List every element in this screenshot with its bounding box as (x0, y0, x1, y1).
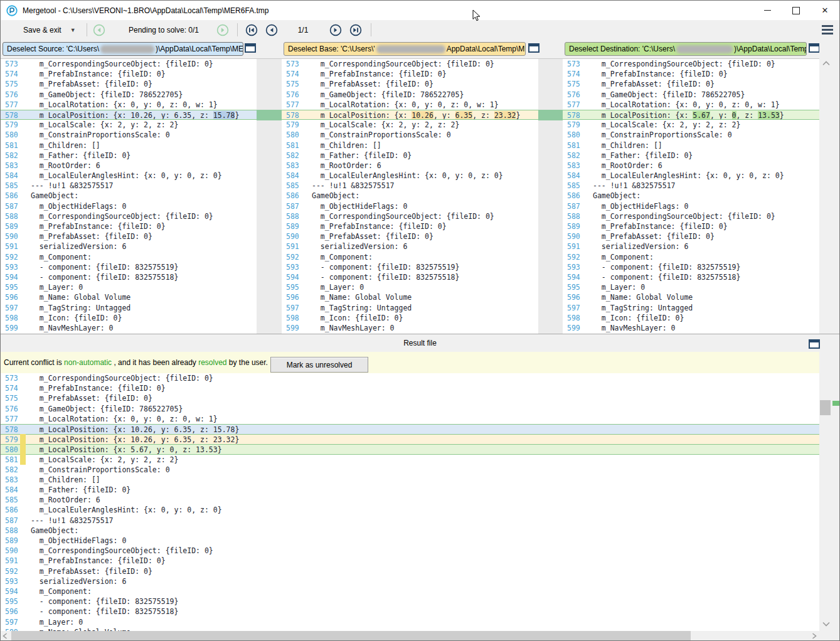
line-text: m_PrefabInstance: {fileID: 0} (588, 221, 819, 231)
maximize-button[interactable] (782, 1, 811, 20)
code-line-591: 591 m_PrefabInstance: {fileID: 0} (1, 556, 819, 566)
line-number: 586 (1, 505, 26, 515)
code-line-576: 576 m_GameObject: {fileID: 786522705} (1, 404, 819, 414)
line-text: serializedVersion: 6 (26, 576, 819, 586)
first-conflict-button[interactable] (245, 24, 258, 36)
menu-icon[interactable] (822, 25, 833, 34)
line-number: 588 (563, 211, 588, 221)
line-text: serializedVersion: 6 (26, 241, 257, 252)
base-code-pane[interactable]: 573 m_CorrespondingSourceObject: {fileID… (282, 58, 538, 334)
line-number: 589 (282, 221, 307, 231)
code-line-587: 587 m_ObjectHideFlags: 0 (1, 201, 257, 211)
scroll-up-icon[interactable] (822, 61, 830, 66)
maximize-base-pane-icon[interactable] (528, 43, 540, 53)
conflict-status-banner: Current conflict is non-automatic , and … (1, 352, 819, 373)
line-number: 599 (282, 323, 307, 333)
code-line-579: 579 m_LocalScale: {x: 2, y: 2, z: 2} (282, 120, 538, 130)
deselect-base-button[interactable]: Deselect Base: 'C:\Users\' AppData\Local… (284, 42, 526, 56)
code-line-576: 576 m_GameObject: {fileID: 786522705} (1, 90, 257, 100)
line-text: m_ObjectHideFlags: 0 (307, 201, 538, 211)
code-line-589: 589 m_PrefabInstance: {fileID: 0} (563, 221, 819, 231)
line-number: 593 (282, 262, 307, 272)
deselect-source-button[interactable]: Deselect Source: 'C:\Users\ )\AppData\Lo… (3, 42, 243, 56)
mark-as-unresolved-button[interactable]: Mark as unresolved (270, 357, 368, 373)
line-number: 583 (1, 161, 26, 171)
code-line-582: 582 m_Father: {fileID: 0} (1, 151, 257, 161)
line-number: 587 (1, 516, 26, 526)
maximize-source-pane-icon[interactable] (245, 43, 256, 53)
line-number: 595 (563, 282, 588, 292)
scroll-right-icon[interactable] (812, 633, 817, 639)
line-number: 587 (563, 201, 588, 211)
line-number: 579 (282, 120, 307, 130)
code-line-576: 576 m_GameObject: {fileID: 786522705} (563, 90, 819, 100)
line-text: - component: {fileID: 832575519} (26, 262, 257, 272)
line-number: 577 (282, 100, 307, 110)
code-line-581: 581 m_Children: [] (282, 140, 538, 151)
source-code-pane[interactable]: 573 m_CorrespondingSourceObject: {fileID… (1, 58, 257, 334)
code-line-577: 577 m_LocalRotation: {x: 0, y: 0, z: 0, … (282, 100, 538, 110)
toolbar-divider (371, 23, 371, 36)
code-line-583: 583 m_Children: [] (1, 475, 819, 485)
save-and-exit-button[interactable]: Save & exit ▼ (19, 20, 80, 40)
result-scrollbar[interactable] (819, 352, 840, 631)
line-text: m_GameObject: {fileID: 786522705} (307, 90, 538, 100)
maximize-result-pane-icon[interactable] (809, 339, 820, 349)
line-number: 597 (1, 617, 26, 627)
line-text: m_ObjectHideFlags: 0 (26, 536, 819, 546)
source-path-suffix: )\AppData\Local\Temp\MER... (156, 45, 243, 53)
code-line-589: 589 m_PrefabInstance: {fileID: 0} (1, 221, 257, 231)
previous-pending-conflict-button[interactable] (93, 24, 105, 36)
line-text: m_ConstrainProportionsScale: 0 (588, 130, 819, 140)
line-text: m_CorrespondingSourceObject: {fileID: 0} (26, 373, 819, 383)
line-number: 593 (563, 262, 588, 272)
line-number: 594 (1, 586, 26, 596)
line-text: m_PrefabAsset: {fileID: 0} (26, 566, 819, 576)
redacted-username (676, 45, 733, 53)
chevron-down-icon: ▼ (70, 27, 76, 33)
line-text: - component: {fileID: 832575519} (26, 596, 819, 607)
close-button[interactable]: ✕ (811, 1, 839, 20)
line-number: 578 (1, 110, 26, 119)
top-panes-scrollbar[interactable] (819, 40, 840, 334)
line-number: 592 (1, 252, 26, 262)
line-text: m_LocalEulerAnglesHint: {x: 0, y: 0, z: … (26, 171, 257, 181)
scroll-left-icon[interactable] (3, 633, 8, 639)
line-number: 584 (563, 171, 588, 181)
line-number: 585 (563, 181, 588, 191)
scroll-down-icon[interactable] (822, 622, 830, 627)
line-text: m_LocalRotation: {x: 0, y: 0, z: 0, w: 1… (26, 414, 819, 424)
destination-code-pane[interactable]: 573 m_CorrespondingSourceObject: {fileID… (563, 58, 819, 334)
code-line-575: 575 m_PrefabAsset: {fileID: 0} (563, 79, 819, 89)
line-number: 574 (282, 69, 307, 79)
overview-conflict-marker[interactable] (832, 401, 840, 406)
code-line-597: 597 m_TagString: Untagged (1, 303, 257, 313)
code-line-590: 590 m_PrefabAsset: {fileID: 0} (1, 231, 257, 241)
result-code-pane[interactable]: 573 m_CorrespondingSourceObject: {fileID… (1, 373, 819, 631)
line-text: m_CorrespondingSourceObject: {fileID: 0} (307, 59, 538, 69)
line-text: m_PrefabInstance: {fileID: 0} (26, 383, 819, 393)
code-line-579: 579 m_LocalScale: {x: 2, y: 2, z: 2} (563, 120, 819, 130)
code-line-576: 576 m_GameObject: {fileID: 786522705} (282, 90, 538, 100)
line-number: 598 (282, 313, 307, 323)
vertical-scrollbar-thumb[interactable] (820, 400, 831, 415)
deselect-destination-button[interactable]: Deselect Destination: 'C:\Users\ )\AppDa… (565, 42, 807, 56)
code-line-586: 586GameObject: (563, 191, 819, 201)
previous-conflict-button[interactable] (265, 24, 278, 36)
code-line-588: 588 m_CorrespondingSourceObject: {fileID… (1, 211, 257, 221)
last-conflict-button[interactable] (349, 24, 362, 36)
line-text: m_Component: (307, 252, 538, 262)
line-number: 595 (1, 596, 26, 607)
line-text: m_GameObject: {fileID: 786522705} (26, 404, 819, 414)
code-line-595: 595 m_Layer: 0 (282, 282, 538, 292)
result-horizontal-scrollbar[interactable] (1, 631, 819, 641)
line-text: m_PrefabAsset: {fileID: 0} (588, 79, 819, 89)
maximize-destination-pane-icon[interactable] (809, 43, 820, 53)
line-number: 587 (1, 201, 26, 211)
line-text: m_CorrespondingSourceObject: {fileID: 0} (588, 211, 819, 221)
next-pending-conflict-button[interactable] (216, 24, 229, 36)
horizontal-scrollbar-thumb[interactable] (11, 631, 691, 641)
next-conflict-button[interactable] (329, 24, 342, 36)
line-number: 582 (1, 465, 26, 475)
minimize-button[interactable] (753, 1, 782, 20)
